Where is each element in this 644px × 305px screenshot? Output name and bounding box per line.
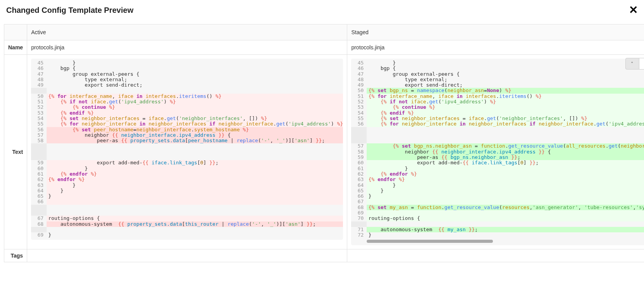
code-line: 65 }: [351, 188, 644, 193]
diff-prev-button[interactable]: ˄: [625, 58, 639, 70]
code-line: 55 {% set neighbor_interfaces = iface.ge…: [351, 116, 644, 121]
code-panel-active: 45 }46 bgp {47 group external-peers {48 …: [31, 59, 343, 240]
code-line: [31, 205, 343, 210]
row-label-text: Text: [4, 55, 27, 249]
code-line: 58 neighbor {{ neighbor_interface.ipv4_a…: [351, 149, 644, 155]
code-line: 68 autonomous-system {{ property_sets.da…: [31, 221, 343, 227]
code-line: 70routing-options {: [351, 216, 644, 221]
code-line: 68{% set my_asn = function.get_resource_…: [351, 205, 644, 210]
code-line: 47 group external-peers {: [31, 71, 343, 77]
column-header-staged: Staged: [347, 24, 644, 40]
code-line: [351, 221, 644, 227]
code-line: 51 {% if not iface.get('ipv4_address') %…: [31, 99, 343, 105]
code-line: 60 export add-med-{{ iface.link_tags[0] …: [351, 160, 644, 166]
filename-active: protocols.jinja: [27, 40, 347, 55]
code-line: 51{% for interface_name, iface in interf…: [351, 94, 644, 99]
code-line: 57 {% set bgp_ns.neighbor_asn = function…: [351, 143, 644, 149]
code-line: 46 bgp {: [31, 66, 343, 71]
code-line: [31, 227, 343, 232]
code-line: 47 group external-peers {: [351, 71, 644, 77]
code-line: [31, 88, 343, 93]
row-label-name: Name: [4, 40, 27, 55]
code-line: [351, 138, 644, 143]
code-line: 67: [351, 199, 644, 204]
code-line: 53 {% endif %}: [31, 110, 343, 116]
code-line: 49 export send-direct;: [351, 82, 644, 88]
code-line: 52 {% if not iface.get('ipv4_address') %…: [351, 99, 644, 105]
code-line: 65}: [31, 193, 343, 199]
code-line: 45 }: [351, 60, 644, 66]
code-line: 58 peer-as {{ property_sets.data[peer_ho…: [31, 138, 343, 143]
code-line: 59 export add-med-{{ iface.link_tags[0] …: [31, 160, 343, 166]
code-line: [31, 143, 343, 149]
row-label-tags: Tags: [4, 249, 27, 262]
code-line: 62 {% endfor %}: [351, 171, 644, 177]
code-line: 56 {% for neighbor_interface in neighbor…: [351, 121, 644, 127]
code-line: 69}: [31, 232, 343, 238]
code-line: 54 {% set neighbor_interfaces = iface.ge…: [31, 116, 343, 121]
modal-title: Changed Config Template Preview: [6, 6, 133, 15]
code-line: 54 {% endif %}: [351, 110, 644, 116]
code-line: 48 type external;: [31, 77, 343, 82]
code-line: 61 }: [351, 166, 644, 171]
code-line: 69: [351, 210, 644, 216]
code-line: 56 {% set peer_hostname=neighbor_interfa…: [31, 127, 343, 132]
code-line: 57 neighbor {{ neighbor_interface.ipv4_a…: [31, 132, 343, 138]
diff-next-button[interactable]: ˅: [639, 58, 644, 70]
code-line: 53 {% continue %}: [351, 105, 644, 110]
code-line: 48 type external;: [351, 77, 644, 82]
code-panel-staged: 45 }46 bgp {47 group external-peers {48 …: [351, 59, 644, 245]
corner-cell: [4, 24, 27, 40]
code-line: [31, 155, 343, 160]
code-line: 60 }: [31, 166, 343, 171]
code-line: 50{% set bgp_ns = namespace(neighbor_asn…: [351, 88, 644, 93]
filename-staged: protocols.jinja: [347, 40, 644, 55]
code-line: [351, 132, 644, 138]
code-line: 61 {% endfor %}: [31, 171, 343, 177]
code-line: 72}: [351, 232, 644, 238]
code-line: 63{% endfor %}: [351, 177, 644, 182]
code-line: 66: [31, 199, 343, 204]
horizontal-scrollbar[interactable]: [367, 240, 493, 243]
code-line: [31, 149, 343, 155]
code-line: 62{% endfor %}: [31, 177, 343, 182]
code-line: 64 }: [31, 188, 343, 193]
code-line: 63 }: [31, 183, 343, 188]
code-line: 45 }: [31, 60, 343, 66]
close-icon[interactable]: ✕: [629, 5, 638, 16]
code-line: 46 bgp {: [351, 66, 644, 71]
code-line: 66}: [351, 193, 644, 199]
column-header-active: Active: [27, 24, 347, 40]
chevron-up-icon: ˄: [631, 61, 634, 67]
code-line: 49 export send-direct;: [31, 82, 343, 88]
code-line: 55 {% for neighbor_interface in neighbor…: [31, 121, 343, 127]
code-line: 52 {% continue %}: [31, 105, 343, 110]
code-line: 64 }: [351, 183, 644, 188]
diff-table: Active Staged Name protocols.jinja proto…: [4, 24, 644, 262]
code-line: [351, 127, 644, 132]
code-line: 59 peer-as {{ bgp_ns.neighbor_asn }};: [351, 155, 644, 160]
code-line: 67routing-options {: [31, 216, 343, 221]
code-line: 50{% for interface_name, iface in interf…: [31, 94, 343, 99]
code-line: 71 autonomous-system {{ my_asn }};: [351, 227, 644, 232]
code-line: [31, 210, 343, 216]
